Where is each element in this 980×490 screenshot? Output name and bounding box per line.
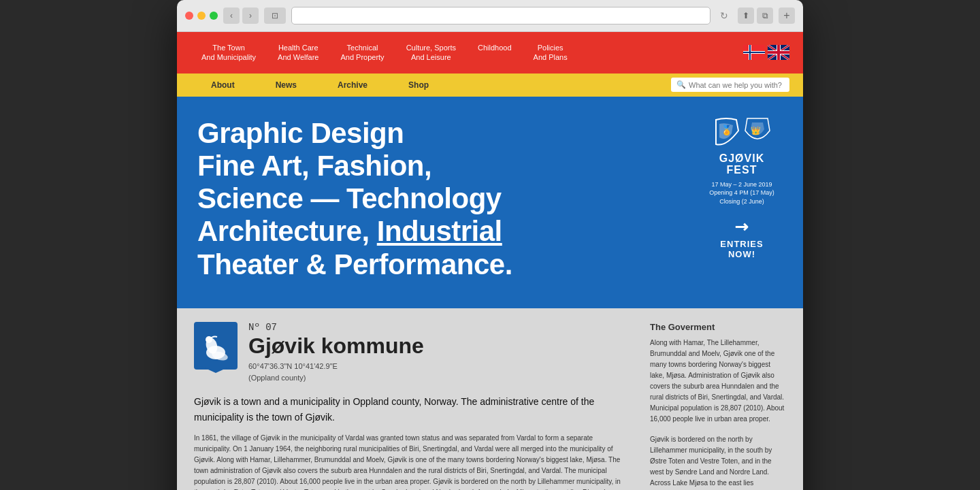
traffic-lights [185, 12, 218, 20]
kommune-info: Nº 07 Gjøvik kommune 60°47'36.3"N 10°41'… [248, 322, 630, 383]
kommune-header: Nº 07 Gjøvik kommune 60°47'36.3"N 10°41'… [194, 322, 630, 383]
nav-culture[interactable]: Culture, Sports And Leisure [395, 39, 467, 67]
back-button[interactable]: ‹ [223, 7, 240, 24]
browser-window: ‹ › ⊡ ↻ ⬆ ⧉ + The Town And Municipality … [177, 0, 803, 490]
top-nav-links: The Town And Municipality Health Care An… [191, 39, 743, 67]
content-sidebar: The Goverment Along with Hamar, The Lill… [650, 322, 786, 490]
svg-text:🏅: 🏅 [721, 125, 733, 136]
entries-label: ENTRIES NOW! [720, 239, 763, 260]
hero-sidebar: 🏅 👑 GJØVIK FEST 17 May – 2 June 2019 Ope… [701, 117, 783, 260]
address-bar[interactable] [291, 7, 710, 24]
hero-title: Graphic Design Fine Art, Fashion, Scienc… [197, 117, 687, 281]
kommune-number: Nº 07 [248, 322, 630, 333]
content-section: Nº 07 Gjøvik kommune 60°47'36.3"N 10°41'… [177, 308, 803, 490]
subnav-shop[interactable]: Shop [388, 74, 449, 97]
close-button[interactable] [185, 12, 193, 20]
coat-of-arms [194, 322, 238, 376]
borders-text: Gjøvik is bordered on the north by Lille… [650, 434, 786, 490]
reader-view-button[interactable]: ⊡ [264, 7, 286, 24]
entries-section[interactable]: ↗ ENTRIES NOW! [720, 217, 763, 260]
subnav-archive[interactable]: Archive [317, 74, 388, 97]
nav-health-care[interactable]: Health Care And Welfare [267, 39, 329, 67]
sub-nav: About News Archive Shop 🔍 [177, 74, 803, 97]
nav-policies[interactable]: Policies And Plans [523, 39, 578, 67]
uk-flag[interactable] [768, 45, 789, 60]
maximize-button[interactable] [210, 12, 218, 20]
browser-chrome: ‹ › ⊡ ↻ ⬆ ⧉ + [177, 0, 803, 32]
add-tab-button[interactable]: + [779, 7, 795, 24]
search-input[interactable] [689, 81, 784, 89]
kommune-name: Gjøvik kommune [248, 334, 630, 358]
nav-buttons: ‹ › [223, 7, 259, 24]
entries-arrow-icon: ↗ [730, 215, 753, 238]
svg-text:👑: 👑 [751, 125, 761, 135]
fest-logo-left: 🏅 [713, 117, 740, 147]
forward-button[interactable]: › [242, 7, 259, 24]
minimize-button[interactable] [197, 12, 206, 20]
kommune-description-bold: Gjøvik is a town and a municipality in O… [194, 394, 630, 425]
search-bar[interactable]: 🔍 [671, 78, 789, 92]
nav-technical[interactable]: Technical And Property [329, 39, 395, 67]
top-nav: The Town And Municipality Health Care An… [177, 32, 803, 74]
share-button[interactable]: ⬆ [738, 7, 754, 24]
fest-logos: 🏅 👑 [713, 117, 771, 147]
fest-dates: 17 May – 2 June 2019 Opening 4 PM (17 Ma… [709, 180, 774, 206]
nav-childhood[interactable]: Childhood [467, 39, 523, 67]
hero-section: Graphic Design Fine Art, Fashion, Scienc… [177, 97, 803, 308]
kommune-coordinates: 60°47'36.3"N 10°41'42.9"E (Oppland count… [248, 361, 630, 383]
government-title: The Goverment [650, 322, 786, 332]
fest-logo-right: 👑 [744, 117, 771, 147]
subnav-news[interactable]: News [255, 74, 317, 97]
new-tab-button[interactable]: ⧉ [757, 7, 773, 24]
subnav-about[interactable]: About [191, 74, 255, 97]
browser-actions: ⬆ ⧉ [738, 7, 773, 24]
reload-button[interactable]: ↻ [716, 7, 732, 24]
hero-text-block: Graphic Design Fine Art, Fashion, Scienc… [197, 117, 687, 281]
kommune-history: In 1861, the village of Gjøvik in the mu… [194, 433, 630, 490]
content-main: Nº 07 Gjøvik kommune 60°47'36.3"N 10°41'… [194, 322, 630, 490]
fest-name: GJØVIK FEST [719, 152, 764, 176]
svg-rect-13 [768, 51, 789, 54]
government-text: Along with Hamar, The Lillehammer, Brumu… [650, 338, 786, 425]
nav-the-town[interactable]: The Town And Municipality [191, 39, 267, 67]
language-flags [743, 45, 789, 60]
svg-rect-4 [743, 52, 765, 53]
website-content: The Town And Municipality Health Care An… [177, 32, 803, 490]
search-icon: 🔍 [676, 80, 686, 89]
norwegian-flag[interactable] [743, 45, 765, 60]
